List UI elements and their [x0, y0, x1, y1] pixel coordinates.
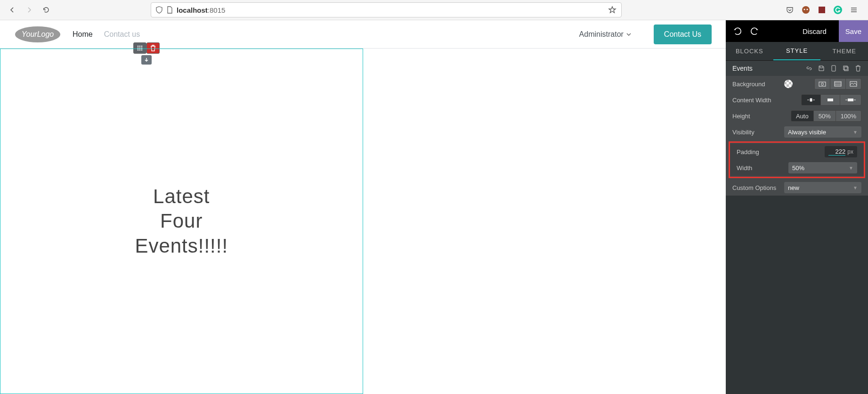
width-medium-icon — [826, 98, 835, 102]
bookmark-star-icon[interactable] — [608, 6, 617, 14]
back-button[interactable] — [6, 3, 19, 16]
bg-shape-button[interactable] — [846, 78, 861, 90]
padding-input[interactable] — [828, 148, 845, 156]
site-header: YourLogo Home Contact us Administrator C… — [0, 20, 726, 49]
svg-point-0 — [802, 6, 810, 14]
duplicate-icon[interactable] — [843, 65, 849, 72]
shape-icon — [850, 81, 857, 87]
chevron-down-icon: ▼ — [853, 130, 858, 135]
prop-content-width: Content Width — [726, 92, 868, 108]
svg-rect-21 — [835, 82, 841, 86]
discard-button[interactable]: Discard — [798, 24, 831, 39]
arrow-right-icon — [25, 6, 33, 14]
visibility-select[interactable]: Always visible ▼ — [784, 126, 861, 138]
contact-us-button[interactable]: Contact Us — [654, 25, 712, 44]
tab-style[interactable]: STYLE — [773, 42, 821, 60]
chevron-down-icon: ▼ — [849, 165, 853, 171]
editor-canvas[interactable]: Latest Four Events!!!!! — [0, 49, 726, 394]
shield-icon — [156, 6, 162, 14]
nav-home[interactable]: Home — [73, 30, 93, 39]
undo-button[interactable] — [731, 25, 744, 37]
chevron-down-icon: ▼ — [853, 185, 858, 190]
editor-tabs: BLOCKS STYLE THEME — [726, 42, 868, 61]
mobile-icon[interactable] — [830, 65, 837, 72]
prop-height: Height Auto 50% 100% — [726, 108, 868, 124]
editor-panel: Discard Save BLOCKS STYLE THEME Events B… — [726, 20, 868, 394]
height-50[interactable]: 50% — [814, 110, 836, 122]
monkey-icon[interactable] — [801, 5, 811, 15]
prop-custom-options: Custom Options new ▼ — [726, 180, 868, 196]
selected-events-block[interactable]: Latest Four Events!!!!! — [0, 49, 363, 394]
bg-video-button[interactable] — [830, 78, 846, 90]
url-bar[interactable]: localhost:8015 — [151, 2, 622, 17]
padding-unit: px — [847, 148, 853, 155]
prop-visibility: Visibility Always visible ▼ — [726, 124, 868, 140]
nav-contact[interactable]: Contact us — [104, 30, 140, 39]
camera-icon — [819, 81, 826, 87]
highlighted-properties: Padding px Width 50% ▼ — [729, 141, 865, 178]
prop-width: Width 50% ▼ — [730, 160, 864, 176]
svg-point-2 — [807, 9, 808, 10]
svg-text:YourLogo: YourLogo — [22, 30, 54, 38]
svg-rect-18 — [844, 67, 848, 71]
browser-toolbar: localhost:8015 — [0, 0, 868, 20]
width-select[interactable]: 50% ▼ — [788, 162, 857, 173]
save-section-icon[interactable] — [818, 65, 825, 72]
content-width-narrow[interactable] — [801, 94, 821, 106]
padding-input-wrapper: px — [825, 146, 857, 157]
content-width-full[interactable] — [840, 94, 861, 106]
prop-padding: Padding px — [730, 144, 864, 160]
width-narrow-icon — [806, 98, 816, 102]
custom-options-select[interactable]: new ▼ — [784, 182, 861, 193]
refresh-button[interactable] — [40, 3, 53, 16]
page-icon — [166, 6, 173, 14]
width-full-icon — [845, 98, 856, 102]
svg-rect-24 — [848, 98, 853, 101]
extension-icon[interactable] — [817, 5, 827, 15]
admin-dropdown[interactable]: Administrator — [579, 30, 631, 39]
menu-icon[interactable] — [849, 5, 859, 15]
svg-point-9 — [141, 46, 143, 47]
grammarly-icon[interactable] — [833, 5, 843, 15]
svg-point-7 — [138, 46, 139, 47]
video-icon — [834, 81, 842, 87]
svg-point-8 — [139, 46, 141, 47]
delete-section-icon[interactable] — [855, 65, 861, 72]
prop-background: Background — [726, 76, 868, 92]
editor-top-bar: Discard Save — [726, 20, 868, 42]
chevron-down-icon — [626, 33, 631, 36]
svg-rect-23 — [827, 98, 833, 101]
svg-point-1 — [804, 9, 805, 10]
svg-point-20 — [821, 83, 824, 85]
forward-button[interactable] — [23, 3, 36, 16]
save-button[interactable]: Save — [839, 20, 868, 42]
bg-image-button[interactable] — [814, 78, 830, 90]
tab-theme[interactable]: THEME — [820, 42, 868, 60]
url-text: localhost:8015 — [177, 6, 600, 14]
svg-rect-19 — [819, 82, 826, 86]
svg-rect-16 — [832, 66, 836, 71]
svg-rect-17 — [844, 66, 847, 70]
content-width-medium[interactable] — [821, 94, 840, 106]
background-color-swatch[interactable] — [784, 80, 793, 88]
height-100[interactable]: 100% — [836, 110, 861, 122]
arrow-left-icon — [8, 6, 16, 14]
redo-button[interactable] — [748, 25, 761, 37]
page-main: YourLogo Home Contact us Administrator C… — [0, 20, 726, 394]
undo-icon — [733, 27, 742, 35]
link-icon[interactable] — [806, 65, 812, 72]
tab-blocks[interactable]: BLOCKS — [726, 42, 773, 60]
svg-point-4 — [834, 6, 842, 14]
pocket-icon[interactable] — [785, 5, 795, 15]
height-auto[interactable]: Auto — [791, 110, 814, 122]
admin-label: Administrator — [579, 30, 624, 39]
site-logo[interactable]: YourLogo — [14, 25, 61, 44]
svg-rect-3 — [819, 7, 825, 13]
redo-icon — [750, 27, 759, 35]
style-section-header: Events — [726, 61, 868, 76]
section-title: Events — [732, 65, 753, 72]
refresh-icon — [42, 6, 50, 14]
block-heading-text[interactable]: Latest Four Events!!!!! — [135, 184, 228, 259]
